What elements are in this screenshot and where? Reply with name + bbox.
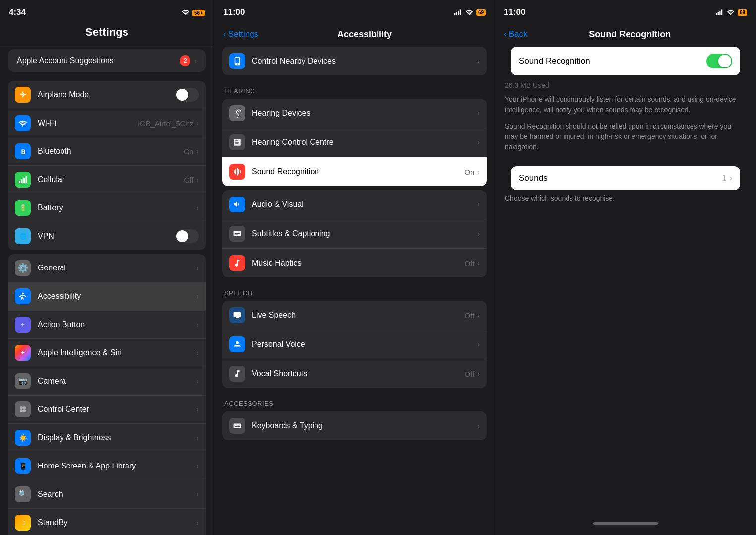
back-chevron-2: ‹ bbox=[223, 29, 226, 39]
settings-row-camera[interactable]: 📷 Camera › bbox=[8, 367, 206, 396]
hearing-control-icon bbox=[229, 134, 245, 150]
nav-title-2: Accessibility bbox=[258, 29, 471, 40]
settings-row-cellular[interactable]: Cellular Off › bbox=[8, 166, 206, 194]
status-time-3: 11:00 bbox=[504, 7, 525, 17]
settings-row-search[interactable]: 🔍 Search › bbox=[8, 480, 206, 509]
cellular-icon bbox=[15, 172, 31, 188]
live-speech-icon bbox=[229, 307, 245, 323]
apple-account-chevron: › bbox=[194, 57, 197, 65]
settings-row-standby[interactable]: ☽ StandBy › bbox=[8, 509, 206, 535]
svg-point-1 bbox=[22, 125, 24, 127]
settings-row-accessibility[interactable]: Accessibility › bbox=[8, 282, 206, 311]
hearing-devices-icon bbox=[229, 105, 245, 121]
sounds-chevron: › bbox=[730, 174, 732, 183]
nav-bar-3: ‹ Back Sound Recognition bbox=[495, 22, 756, 47]
signal-icon-3 bbox=[716, 9, 724, 15]
signal-icon-2 bbox=[454, 9, 462, 15]
status-time-2: 11:00 bbox=[223, 7, 245, 17]
acc-section-hearing: Hearing Devices › Hearing Control Centre… bbox=[222, 99, 487, 186]
sounds-label: Sounds bbox=[519, 173, 548, 183]
acc-row-keyboards[interactable]: Keyboards & Typing › bbox=[222, 411, 487, 440]
audio-visual-icon bbox=[229, 197, 245, 212]
settings-header: Settings bbox=[0, 22, 214, 44]
back-button-3[interactable]: ‹ Back bbox=[504, 29, 527, 39]
home-bar-3 bbox=[495, 518, 756, 535]
toggle-section-wrap: Sound Recognition bbox=[503, 47, 748, 75]
acc-row-sound-recognition[interactable]: Sound Recognition On › bbox=[222, 157, 487, 186]
settings-row-siri[interactable]: ✦ Apple Intelligence & Siri › bbox=[8, 339, 206, 367]
status-icons-1: 56+ bbox=[182, 9, 205, 16]
standby-icon: ☽ bbox=[15, 515, 31, 531]
settings-row-battery[interactable]: 🔋 Battery › bbox=[8, 194, 206, 222]
vocal-shortcuts-icon bbox=[229, 366, 245, 382]
airplane-toggle[interactable] bbox=[175, 88, 199, 102]
acc-row-audio[interactable]: Audio & Visual › bbox=[222, 190, 487, 219]
control-icon bbox=[15, 401, 31, 417]
speech-header: SPEECH bbox=[222, 281, 487, 301]
svg-point-0 bbox=[185, 14, 186, 15]
accessibility-panel: 11:00 69 ‹ Settings Accessibility Contro… bbox=[214, 0, 495, 535]
acc-row-hearing-control[interactable]: Hearing Control Centre › bbox=[222, 128, 487, 157]
settings-row-vpn[interactable]: 🌐 VPN bbox=[8, 222, 206, 250]
battery-badge-1: 56+ bbox=[192, 9, 205, 16]
back-button-2[interactable]: ‹ Settings bbox=[223, 29, 258, 39]
svg-point-9 bbox=[20, 409, 23, 412]
acc-row-music-haptics[interactable]: Music Haptics Off › bbox=[222, 249, 487, 277]
apple-account-label: Apple Account Suggestions bbox=[17, 56, 114, 65]
sound-recognition-icon bbox=[229, 164, 245, 180]
acc-row-live-speech[interactable]: Live Speech Off › bbox=[222, 301, 487, 330]
sound-sounds-section[interactable]: Sounds 1 › bbox=[511, 166, 740, 190]
settings-section-1: ✈ Airplane Mode Wi-Fi iGB_Airtel_5Ghz › … bbox=[8, 81, 206, 250]
svg-point-7 bbox=[20, 406, 23, 409]
acc-row-vocal-shortcuts[interactable]: Vocal Shortcuts Off › bbox=[222, 359, 487, 388]
sounds-right: 1 › bbox=[722, 174, 732, 183]
settings-row-display[interactable]: ☀️ Display & Brightness › bbox=[8, 424, 206, 452]
bluetooth-icon: ʙ bbox=[15, 143, 31, 159]
status-icons-3: 69 bbox=[716, 9, 747, 16]
acc-row-subtitles[interactable]: Subtitles & Captioning › bbox=[222, 219, 487, 249]
music-haptics-icon bbox=[229, 255, 245, 271]
svg-point-8 bbox=[23, 406, 26, 409]
sound-description-2: Sound Recognition should not be relied u… bbox=[505, 121, 746, 152]
svg-rect-25 bbox=[721, 9, 722, 15]
back-label-3: Back bbox=[509, 29, 528, 39]
hearing-header: HEARING bbox=[222, 79, 487, 99]
action-icon: ＋ bbox=[15, 317, 31, 333]
personal-voice-icon bbox=[229, 336, 245, 352]
settings-row-airplane[interactable]: ✈ Airplane Mode bbox=[8, 81, 206, 109]
nav-title-3: Sound Recognition bbox=[527, 29, 732, 40]
svg-point-6 bbox=[22, 293, 24, 295]
settings-row-wifi[interactable]: Wi-Fi iGB_Airtel_5Ghz › bbox=[8, 109, 206, 137]
svg-rect-4 bbox=[23, 178, 25, 183]
svg-rect-14 bbox=[460, 9, 461, 15]
vpn-toggle[interactable] bbox=[175, 229, 199, 243]
acc-row-hearing-devices[interactable]: Hearing Devices › bbox=[222, 99, 487, 128]
nav-bar-2: ‹ Settings Accessibility bbox=[214, 22, 495, 47]
svg-rect-13 bbox=[458, 11, 459, 15]
status-icons-2: 69 bbox=[454, 9, 486, 16]
settings-row-general[interactable]: ⚙️ General › bbox=[8, 254, 206, 282]
svg-point-15 bbox=[469, 14, 470, 15]
acc-row-personal-voice[interactable]: Personal Voice › bbox=[222, 330, 487, 359]
settings-row-control[interactable]: Control Center › bbox=[8, 396, 206, 424]
sound-description-1: Your iPhone will continuously listen for… bbox=[505, 94, 746, 115]
acc-section-accessories: Keyboards & Typing › bbox=[222, 411, 487, 440]
general-icon: ⚙️ bbox=[15, 260, 31, 276]
status-time-1: 4:34 bbox=[9, 7, 26, 17]
wifi-icon-2 bbox=[465, 9, 473, 15]
settings-section-2: ⚙️ General › Accessibility › ＋ Action Bu… bbox=[8, 254, 206, 535]
acc-section-audio: Audio & Visual › Subtitles & Captioning … bbox=[222, 190, 487, 277]
svg-rect-22 bbox=[716, 13, 717, 15]
svg-rect-2 bbox=[19, 181, 20, 183]
status-bar-1: 4:34 56+ bbox=[0, 0, 214, 22]
sound-content: Sound Recognition 26.3 MB Used Your iPho… bbox=[495, 47, 756, 518]
battery-badge-2: 69 bbox=[476, 9, 486, 16]
settings-row-bluetooth[interactable]: ʙ Bluetooth On › bbox=[8, 137, 206, 166]
sound-toggle-label: Sound Recognition bbox=[519, 56, 590, 66]
settings-row-home[interactable]: 📱 Home Screen & App Library › bbox=[8, 452, 206, 480]
home-indicator-3 bbox=[593, 522, 658, 525]
settings-row-action[interactable]: ＋ Action Button › bbox=[8, 311, 206, 339]
acc-row-nearby[interactable]: Control Nearby Devices › bbox=[222, 47, 487, 75]
apple-account-row[interactable]: Apple Account Suggestions 2 › bbox=[8, 49, 206, 72]
sound-recognition-toggle[interactable] bbox=[706, 54, 732, 68]
